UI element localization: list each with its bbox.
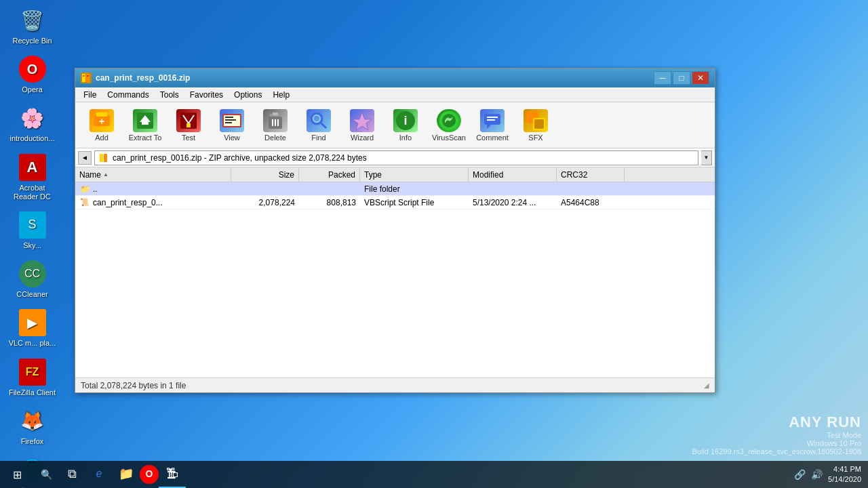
address-field: can_print_resp_0016.zip - ZIP archive, u… [94,150,698,165]
start-button[interactable]: ⊞ [0,461,34,488]
col-header-crc[interactable]: CRC32 [557,167,625,182]
file-cell-type: File folder [360,184,469,194]
tray-network-icon[interactable]: 🔗 [794,469,806,480]
file-headers: Name ▲ Size Packed Type Modified CRC32 [75,167,715,182]
menu-help[interactable]: Help [267,89,295,101]
toolbar-wizard-button[interactable]: Wizard [341,106,383,145]
toolbar-comment-button[interactable]: Comment [471,106,513,145]
introduction-icon: 🌸 [19,104,46,131]
toolbar-find-button[interactable]: Find [298,106,340,145]
taskbar-file-explorer[interactable]: 📁 [113,461,140,488]
col-header-modified[interactable]: Modified [469,167,557,182]
menu-tools[interactable]: Tools [155,89,184,101]
tray-volume-icon[interactable]: 🔊 [811,469,823,480]
address-bar: ◄ can_print_resp_0016.zip - ZIP archive,… [75,148,715,167]
test-label: Test [182,134,195,142]
toolbar-extract-button[interactable]: Extract To [124,106,166,145]
col-header-packed[interactable]: Packed [299,167,360,182]
table-row[interactable]: 📜 can_print_resp_0... 2,078,224 808,813 … [75,196,715,209]
clock-date: 5/14/2020 [828,474,861,485]
virusscan-icon [437,109,461,132]
acrobat-label: Acrobat Reader DC [7,184,58,201]
toolbar-virusscan-button[interactable]: VirusScan [428,106,470,145]
file-icon: 📜 [79,197,90,208]
taskbar-task-view[interactable]: ⧉ [58,461,85,488]
col-header-name[interactable]: Name ▲ [75,167,231,182]
ccleaner-icon: CC [19,260,46,287]
nav-back-button[interactable]: ◄ [78,151,92,165]
opera-icon: O [19,56,46,83]
desktop-icon-ccleaner[interactable]: CC CCleaner [7,260,58,299]
col-header-size[interactable]: Size [231,167,299,182]
maximize-button[interactable]: □ [673,71,690,85]
desktop-icon-opera[interactable]: O Opera [7,56,58,94]
recycle-bin-label: Recycle Bin [12,37,52,45]
desktop-icon-vlc[interactable]: ▶ VLC m... pla... [7,309,58,348]
taskbar-winrar[interactable]: 🗜 [159,461,186,488]
desktop-icon-acrobat[interactable]: A Acrobat Reader DC [7,154,58,201]
svg-rect-3 [87,75,89,77]
vlc-label: VLC m... pla... [9,339,56,348]
desktop: 🗑️ Recycle Bin O Opera 🌸 introduction...… [0,0,868,488]
ccleaner-label: CCleaner [16,290,47,299]
toolbar-test-button[interactable]: Test [167,106,210,145]
address-archive-icon [99,153,108,163]
winrar-window: can_print_resp_0016.zip ─ □ ✕ File Comma… [75,68,715,393]
system-clock[interactable]: 4:41 PM 5/14/2020 [828,464,861,485]
desktop-icon-recycle-bin[interactable]: 🗑️ Recycle Bin [7,7,58,45]
extract-icon [133,109,157,132]
sfx-icon [524,109,548,132]
taskbar-edge[interactable]: e [85,461,113,488]
add-icon: + [90,109,114,132]
svg-rect-15 [225,119,236,121]
desktop-icon-firefox[interactable]: 🦊 Firefox [7,407,58,446]
menu-favorites[interactable]: Favorites [184,89,229,101]
address-text: can_print_resp_0016.zip - ZIP archive, u… [113,153,367,163]
file-cell-size: 2,078,224 [231,198,299,207]
system-tray: 🔗 🔊 4:41 PM 5/14/2020 [787,464,868,485]
menu-options[interactable]: Options [229,89,267,101]
toolbar: + Add Extract To [75,102,715,148]
minimize-button[interactable]: ─ [654,71,671,85]
svg-marker-32 [487,125,491,129]
resize-grip: ◢ [704,382,709,389]
svg-rect-19 [273,113,278,115]
desktop-icon-filezilla[interactable]: FZ FileZilla Client [7,359,58,397]
svg-marker-26 [353,113,372,130]
introduction-label: introduction... [9,134,54,143]
toolbar-add-button[interactable]: + Add [81,106,123,145]
col-header-type[interactable]: Type [360,167,469,182]
svg-text:+: + [99,116,104,127]
toolbar-info-button[interactable]: i Info [384,106,427,145]
toolbar-view-button[interactable]: View [211,106,253,145]
menu-commands[interactable]: Commands [102,89,154,101]
comment-icon [480,109,505,132]
title-bar-text: can_print_resp_0016.zip [96,73,654,83]
taskbar-search-button[interactable]: 🔍 [34,461,58,488]
find-label: Find [311,134,326,142]
taskbar: ⊞ 🔍 ⧉ e 📁 O 🗜 🔗 🔊 4:41 PM 5/14/2020 [0,461,868,488]
desktop-icon-sky[interactable]: S Sky... [7,211,58,250]
acrobat-icon: A [19,154,46,181]
title-bar-buttons: ─ □ ✕ [654,71,709,85]
file-cell-packed: 808,813 [299,198,360,207]
file-cell-name: 📁 .. [75,184,231,195]
close-button[interactable]: ✕ [692,71,709,85]
toolbar-sfx-button[interactable]: SFX [515,106,557,145]
menu-bar: File Commands Tools Favorites Options He… [75,87,715,102]
menu-file[interactable]: File [78,89,102,101]
address-dropdown[interactable]: ▼ [701,150,712,165]
title-bar: can_print_resp_0016.zip ─ □ ✕ [75,68,715,87]
file-cell-type: VBScript Script File [360,198,469,207]
sort-arrow-name: ▲ [103,171,108,178]
svg-rect-1 [86,74,90,82]
svg-rect-34 [487,119,495,121]
desktop-icon-introduction[interactable]: 🌸 introduction... [7,104,58,143]
table-row[interactable]: 📁 .. File folder [75,182,715,196]
view-icon [220,109,244,132]
toolbar-delete-button[interactable]: Delete [254,106,296,145]
svg-rect-37 [534,119,544,129]
anyrun-mode: Test Mode [692,431,861,439]
folder-icon: 📁 [79,184,90,195]
taskbar-opera[interactable]: O [140,465,159,484]
